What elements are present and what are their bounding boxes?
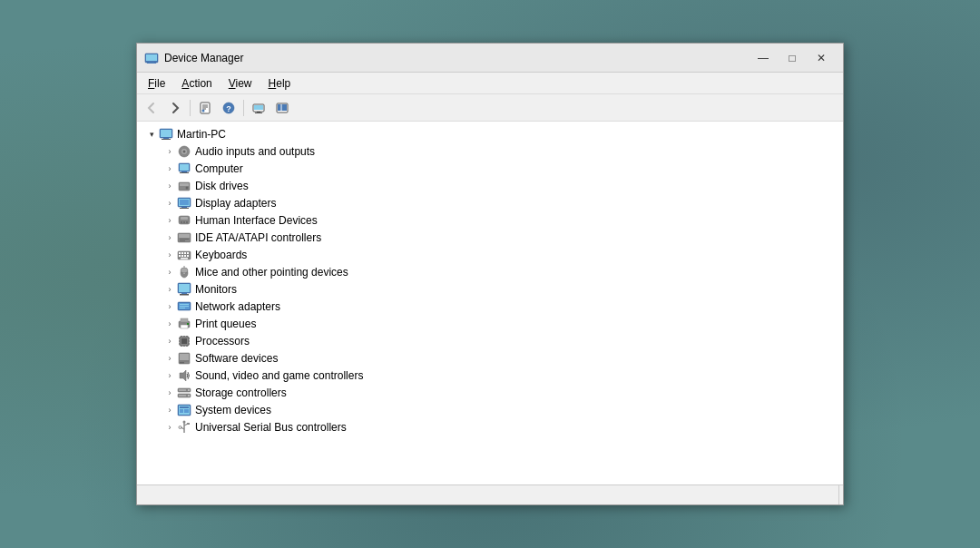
forward-button[interactable] xyxy=(164,98,186,118)
svg-rect-61 xyxy=(179,284,190,292)
storage-icon xyxy=(177,386,191,400)
tree-root[interactable]: ▾ Martin-PC xyxy=(137,125,843,142)
list-item[interactable]: › Keyboards xyxy=(137,246,843,263)
svg-point-24 xyxy=(183,150,186,152)
hid-icon xyxy=(177,213,191,228)
disk-icon xyxy=(177,179,191,193)
svg-rect-45 xyxy=(180,240,185,241)
svg-rect-3 xyxy=(147,63,156,64)
svg-rect-14 xyxy=(255,113,262,113)
toolbar: ? xyxy=(137,94,843,122)
back-button[interactable] xyxy=(141,98,162,118)
svg-rect-49 xyxy=(184,252,186,254)
menu-help[interactable]: Help xyxy=(261,75,299,92)
list-item[interactable]: › Audio inputs and outputs xyxy=(137,142,843,160)
svg-point-31 xyxy=(186,186,189,189)
svg-rect-13 xyxy=(257,112,260,113)
svg-point-8 xyxy=(202,109,205,112)
item-chevron: › xyxy=(162,161,177,176)
svg-rect-54 xyxy=(187,255,189,257)
maximize-button[interactable]: □ xyxy=(778,47,807,69)
svg-text:?: ? xyxy=(226,104,231,113)
svg-rect-38 xyxy=(181,217,188,220)
list-item[interactable]: › Print queues xyxy=(137,315,843,332)
minimize-button[interactable]: — xyxy=(749,47,778,69)
list-item[interactable]: › Proces xyxy=(137,332,843,349)
item-label: System devices xyxy=(195,404,271,416)
menu-file[interactable]: File xyxy=(141,75,172,92)
list-item[interactable]: › System devices xyxy=(137,401,843,418)
item-chevron: › xyxy=(162,282,177,297)
item-chevron: › xyxy=(162,196,177,210)
tree-view[interactable]: ▾ Martin-PC › Audio input xyxy=(137,122,843,484)
item-label: Disk drives xyxy=(195,180,249,192)
list-item[interactable]: › Monitors xyxy=(137,280,843,298)
list-item[interactable]: › Computer xyxy=(137,160,843,177)
ide-icon xyxy=(177,230,191,245)
item-chevron: › xyxy=(162,213,177,228)
svg-rect-97 xyxy=(179,395,186,396)
update-driver-button[interactable] xyxy=(248,98,270,118)
svg-rect-50 xyxy=(187,252,189,254)
svg-rect-71 xyxy=(181,325,188,328)
item-chevron: › xyxy=(162,420,177,435)
svg-rect-44 xyxy=(180,239,189,240)
menu-view[interactable]: View xyxy=(221,75,260,92)
svg-rect-66 xyxy=(180,304,189,305)
item-chevron: › xyxy=(162,334,177,348)
svg-rect-26 xyxy=(180,164,189,171)
svg-point-108 xyxy=(179,426,181,428)
svg-rect-96 xyxy=(179,389,186,391)
item-label: Human Interface Devices xyxy=(195,214,318,227)
list-item[interactable]: › Network adapters xyxy=(137,298,843,315)
menu-action[interactable]: Action xyxy=(174,75,219,92)
svg-rect-47 xyxy=(179,252,181,254)
list-item[interactable]: › Human Interface Devices xyxy=(137,211,843,229)
item-chevron: › xyxy=(162,230,177,245)
list-item[interactable]: › IDE ATA/ATAPI controllers xyxy=(137,229,843,246)
svg-rect-30 xyxy=(180,183,189,186)
svg-rect-27 xyxy=(181,171,187,172)
list-item[interactable]: › Disk drives xyxy=(137,177,843,194)
item-label: Display adapters xyxy=(195,197,276,210)
menu-bar: File Action View Help xyxy=(137,73,843,94)
close-button[interactable]: ✕ xyxy=(807,47,836,69)
help-button[interactable]: ? xyxy=(218,98,240,118)
item-label: IDE ATA/ATAPI controllers xyxy=(195,231,321,244)
usb-icon xyxy=(177,420,191,435)
svg-rect-100 xyxy=(180,406,189,408)
list-item[interactable]: › Sound, video and game controllers xyxy=(137,367,843,384)
item-label: Print queues xyxy=(195,318,256,330)
item-chevron: › xyxy=(162,351,177,366)
svg-rect-55 xyxy=(181,258,188,259)
list-item[interactable]: › Display adapters xyxy=(137,194,843,211)
list-item[interactable]: › Mice and other pointing devices xyxy=(137,263,843,280)
svg-rect-35 xyxy=(180,208,189,209)
status-bar xyxy=(137,484,843,504)
item-chevron: › xyxy=(162,386,177,400)
item-chevron: › xyxy=(162,368,177,383)
item-label: Monitors xyxy=(195,283,237,296)
item-chevron: › xyxy=(162,144,177,159)
item-label: Software devices xyxy=(195,352,278,365)
svg-rect-36 xyxy=(180,200,189,205)
svg-rect-51 xyxy=(179,255,181,257)
list-item[interactable]: › Universal Serial Bus controllers xyxy=(137,418,843,435)
display-icon xyxy=(177,196,191,210)
scan-button[interactable] xyxy=(271,98,293,118)
svg-rect-4 xyxy=(201,103,210,113)
svg-rect-102 xyxy=(184,409,189,413)
computer-icon xyxy=(177,161,191,176)
list-item[interactable]: › Software devices xyxy=(137,349,843,367)
toolbar-separator-2 xyxy=(243,100,244,116)
svg-rect-68 xyxy=(180,308,185,308)
item-label: Storage controllers xyxy=(195,387,287,399)
svg-rect-12 xyxy=(254,105,263,110)
svg-point-72 xyxy=(187,323,189,325)
item-chevron: › xyxy=(162,403,177,417)
properties-button[interactable] xyxy=(194,98,216,118)
toolbar-separator-1 xyxy=(190,100,191,116)
list-item[interactable]: › Storage controllers xyxy=(137,384,843,401)
item-label: Keyboards xyxy=(195,249,247,261)
keyboard-icon xyxy=(177,248,191,262)
